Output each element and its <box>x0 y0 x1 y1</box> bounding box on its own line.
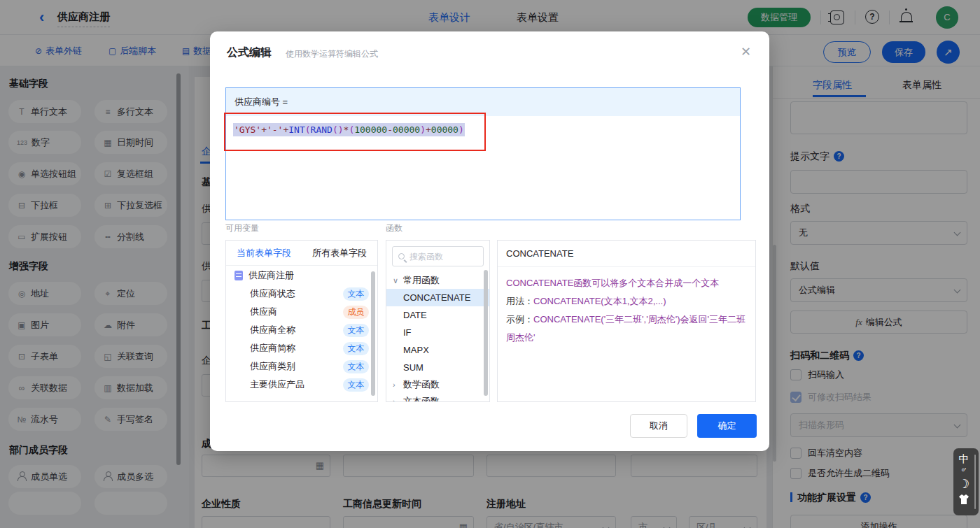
search-icon <box>398 253 405 259</box>
variable-item[interactable]: 主要供应产品文本 <box>226 376 377 394</box>
tab-all-form-fields[interactable]: 所有表单字段 <box>302 247 377 259</box>
formula-editor[interactable]: 供应商编号 = 'GYS'+'-'+INT(RAND()*(100000-000… <box>225 87 741 220</box>
function-description-text: CONCATENATE函数可以将多个文本合并成一个文本 用法：CONCATENA… <box>498 267 755 354</box>
tab-current-form-fields[interactable]: 当前表单字段 <box>226 247 302 259</box>
type-badge: 文本 <box>343 360 369 373</box>
chevron-collapsed-icon: › <box>393 380 399 389</box>
functions-label: 函数 <box>386 222 402 234</box>
formula-edit-modal: 公式编辑 使用数学运算符编辑公式 ✕ 供应商编号 = 'GYS'+'-'+INT… <box>210 31 769 451</box>
function-item-concatenate[interactable]: CONCATENATE <box>386 289 489 306</box>
group-common-functions[interactable]: ∨常用函数 <box>386 272 489 289</box>
dark-mode-moon-icon[interactable]: ☽ <box>953 476 974 492</box>
functions-scrollbar[interactable] <box>484 270 488 396</box>
type-badge: 文本 <box>343 287 369 301</box>
variable-item[interactable]: 供应商简称文本 <box>226 339 377 357</box>
usage-line: 用法：CONCATENATE(文本1,文本2,...) <box>506 292 747 311</box>
ime-toolbar[interactable]: 中 ᵒ’ ☽ <box>953 448 979 515</box>
type-badge: 文本 <box>343 324 369 337</box>
type-badge: 文本 <box>343 342 369 355</box>
modal-title: 公式编辑 <box>227 45 272 60</box>
ime-chinese-icon[interactable]: 中 <box>953 452 974 466</box>
group-math-functions[interactable]: ›数学函数 <box>386 376 489 393</box>
group-text-functions[interactable]: ›文本函数 <box>386 393 489 402</box>
function-item-date[interactable]: DATE <box>386 306 489 324</box>
variable-item[interactable]: 供应商状态文本 <box>226 285 377 303</box>
close-icon[interactable]: ✕ <box>741 44 751 59</box>
cancel-button[interactable]: 取消 <box>630 414 687 438</box>
chevron-expanded-icon: ∨ <box>393 276 399 285</box>
variable-item[interactable]: 供应商成员 <box>226 303 377 321</box>
screen: ‹ 供应商注册 表单设计 表单设置 数据管理 ? C ⊘表单外链 ▢后端脚本 ▤… <box>0 0 980 528</box>
function-name-heading: CONCATENATE <box>498 241 755 267</box>
function-description-panel: CONCATENATE CONCATENATE函数可以将多个文本合并成一个文本 … <box>497 240 756 402</box>
description-line: CONCATENATE函数可以将多个文本合并成一个文本 <box>506 274 747 292</box>
confirm-button[interactable]: 确定 <box>697 414 757 438</box>
modal-subtitle: 使用数学运算符编辑公式 <box>286 48 378 60</box>
annotation-highlight-box <box>224 113 486 151</box>
chevron-collapsed-icon: › <box>393 397 399 402</box>
variables-panel: 当前表单字段 所有表单字段 供应商注册 供应商状态文本 供应商成员 供应商全称文… <box>225 240 378 402</box>
functions-panel: ∨常用函数 CONCATENATE DATE IF MAPX SUM ›数学函数… <box>386 240 490 402</box>
ime-tone-icon[interactable]: ᵒ’ <box>953 466 974 475</box>
function-search[interactable] <box>392 246 484 266</box>
variable-item[interactable]: 供应商全称文本 <box>226 321 377 339</box>
tree-root-form[interactable]: 供应商注册 <box>226 266 377 285</box>
skin-shirt-icon[interactable] <box>953 494 974 507</box>
function-item-if[interactable]: IF <box>386 324 489 341</box>
variables-scrollbar[interactable] <box>371 271 375 396</box>
ime-handle[interactable] <box>974 455 976 509</box>
type-badge: 成员 <box>343 306 369 319</box>
variable-item[interactable]: 供应商类别文本 <box>226 357 377 376</box>
function-item-sum[interactable]: SUM <box>386 359 489 376</box>
variables-label: 可用变量 <box>225 222 259 234</box>
search-input[interactable] <box>410 252 479 262</box>
document-icon <box>234 271 243 280</box>
example-line: 示例：CONCATENATE('三年二班','周杰伦')会返回'三年二班周杰伦' <box>506 311 747 347</box>
type-badge: 文本 <box>343 378 369 392</box>
function-item-mapx[interactable]: MAPX <box>386 341 489 359</box>
formula-target-label: 供应商编号 = <box>226 88 740 116</box>
